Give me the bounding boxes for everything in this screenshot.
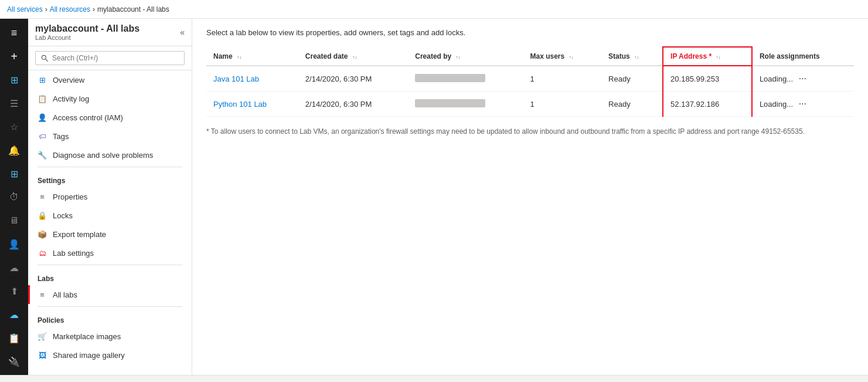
sidebar-item-overview[interactable]: ⊞ Overview — [28, 70, 192, 89]
sidebar-item-locks[interactable]: 🔒 Locks — [28, 206, 192, 225]
table-row: Python 101 Lab 2/14/2020, 6:30 PM 1 Read… — [206, 92, 854, 117]
nav-cloud-icon[interactable]: ☁ — [0, 256, 28, 279]
breadcrumb-all-services[interactable]: All services — [7, 5, 43, 13]
nav-home-icon[interactable]: ⊞ — [0, 68, 28, 92]
sidebar-item-shared-image-gallery[interactable]: 🖼 Shared image gallery — [28, 346, 192, 364]
nav-upload-icon[interactable]: ⬆ — [0, 279, 28, 303]
sort-max-users-icon[interactable]: ↑↓ — [569, 55, 574, 60]
divider-policies — [38, 306, 182, 307]
sidebar-item-lab-settings[interactable]: 🗂 Lab settings — [28, 244, 192, 262]
breadcrumb-all-resources[interactable]: All resources — [50, 5, 90, 13]
locks-icon: 🔒 — [38, 211, 47, 220]
sidebar-header: mylabaccount - All labs Lab Account « — [28, 19, 192, 46]
all-labs-icon: ≡ — [38, 290, 47, 299]
sidebar-item-all-labs-label: All labs — [53, 290, 77, 299]
sidebar-item-activity-log[interactable]: 📋 Activity log — [28, 89, 192, 108]
sidebar-item-diagnose[interactable]: 🔧 Diagnose and solve problems — [28, 146, 192, 164]
content-description: Select a lab below to view its propertie… — [206, 28, 854, 37]
col-max-users[interactable]: Max users ↑↓ — [523, 47, 601, 66]
cell-java-max-users: 1 — [523, 66, 601, 92]
sidebar-item-diagnose-label: Diagnose and solve problems — [53, 151, 153, 160]
sidebar-item-lab-settings-label: Lab settings — [53, 249, 94, 258]
horizontal-scrollbar[interactable] — [0, 375, 868, 382]
tags-icon: 🏷 — [38, 131, 47, 141]
lab-settings-icon: 🗂 — [38, 248, 47, 258]
sidebar-item-access-control[interactable]: 👤 Access control (IAM) — [28, 108, 192, 127]
sort-ip-icon[interactable]: ↑↓ — [716, 55, 720, 60]
nav-user-icon[interactable]: 👤 — [0, 232, 28, 256]
nav-notification-icon[interactable]: 🔔 — [0, 138, 28, 162]
sidebar-item-properties-label: Properties — [53, 192, 87, 201]
nav-grid-icon[interactable]: ⊞ — [0, 162, 28, 185]
cell-python-name[interactable]: Python 101 Lab — [206, 92, 298, 117]
top-breadcrumb-bar: All services › All resources › mylabacco… — [0, 0, 868, 19]
divider-settings — [38, 167, 182, 167]
cell-python-ip: 52.137.92.186 — [663, 92, 752, 117]
sort-created-by-icon[interactable]: ↑↓ — [456, 55, 461, 60]
access-control-icon: 👤 — [38, 113, 47, 122]
sidebar-collapse-button[interactable]: « — [180, 28, 185, 37]
breadcrumb: All services › All resources › mylabacco… — [7, 5, 169, 13]
python-row-ellipsis-button[interactable]: ··· — [795, 97, 810, 110]
sidebar-item-marketplace-images-label: Marketplace images — [53, 332, 121, 341]
col-ip-address[interactable]: IP Address * ↑↓ — [663, 47, 752, 66]
activity-log-icon: 📋 — [38, 94, 47, 103]
col-name[interactable]: Name ↑↓ — [206, 47, 298, 66]
overview-icon: ⊞ — [38, 75, 47, 84]
sidebar: mylabaccount - All labs Lab Account « ⊞ … — [28, 19, 192, 375]
sidebar-item-export-template[interactable]: 📦 Export template — [28, 225, 192, 244]
sidebar-item-access-control-label: Access control (IAM) — [53, 113, 123, 122]
nav-list-icon[interactable]: 📋 — [0, 326, 28, 350]
sidebar-search-input[interactable] — [35, 51, 185, 65]
nav-plug-icon[interactable]: 🔌 — [0, 350, 28, 373]
main-layout: ≡ + ⊞ ☰ ☆ 🔔 ⊞ ⏱ 🖥 👤 ☁ ⬆ ☁ 📋 🔌 mylabaccou… — [0, 19, 868, 375]
table-row: Java 101 Lab 2/14/2020, 6:30 PM 1 Ready … — [206, 66, 854, 92]
section-policies-label: Policies — [28, 309, 192, 327]
section-settings-label: Settings — [28, 170, 192, 187]
cell-python-max-users: 1 — [523, 92, 601, 117]
sidebar-item-properties[interactable]: ≡ Properties — [28, 187, 192, 206]
divider-labs — [38, 265, 182, 265]
labs-table: Name ↑↓ Created date ↑↓ Created by ↑↓ Ma… — [206, 46, 854, 117]
sort-name-icon[interactable]: ↑↓ — [237, 55, 241, 60]
sidebar-subtitle: Lab Account — [35, 34, 139, 41]
col-created-by[interactable]: Created by ↑↓ — [408, 47, 523, 66]
java-lab-link[interactable]: Java 101 Lab — [213, 75, 259, 83]
nav-monitor-icon[interactable]: 🖥 — [0, 209, 28, 232]
main-content: Select a lab below to view its propertie… — [192, 19, 868, 375]
icon-strip: ≡ + ⊞ ☰ ☆ 🔔 ⊞ ⏱ 🖥 👤 ☁ ⬆ ☁ 📋 🔌 — [0, 19, 28, 375]
sidebar-item-all-labs[interactable]: ≡ All labs — [28, 285, 192, 304]
sort-status-icon[interactable]: ↑↓ — [634, 55, 639, 60]
sidebar-item-marketplace-images[interactable]: 🛒 Marketplace images — [28, 327, 192, 346]
cell-java-status: Ready — [601, 66, 663, 92]
cell-python-created-by — [408, 92, 523, 117]
nav-clock-icon[interactable]: ⏱ — [0, 185, 28, 209]
sort-created-date-icon[interactable]: ↑↓ — [352, 55, 357, 60]
java-row-ellipsis-button[interactable]: ··· — [795, 72, 810, 85]
python-lab-link[interactable]: Python 101 Lab — [213, 100, 267, 109]
nav-add-icon[interactable]: + — [0, 45, 28, 68]
footnote: * To allow users to connect to Lab VMs, … — [206, 126, 854, 137]
cell-python-status: Ready — [601, 92, 663, 117]
breadcrumb-sep-1: › — [45, 5, 47, 13]
properties-icon: ≡ — [38, 192, 47, 201]
col-created-date[interactable]: Created date ↑↓ — [298, 47, 408, 66]
shared-image-gallery-icon: 🖼 — [38, 350, 47, 360]
col-status[interactable]: Status ↑↓ — [601, 47, 663, 66]
python-created-by-redacted — [415, 99, 485, 107]
cell-java-name[interactable]: Java 101 Lab — [206, 66, 298, 92]
nav-cloud2-icon[interactable]: ☁ — [0, 303, 28, 326]
sidebar-item-locks-label: Locks — [53, 211, 73, 220]
nav-favorites-icon[interactable]: ☆ — [0, 115, 28, 138]
nav-collapse-icon[interactable]: ≡ — [0, 21, 28, 45]
java-created-by-redacted — [415, 74, 485, 82]
section-labs-label: Labs — [28, 268, 192, 285]
sidebar-scroll: ⊞ Overview 📋 Activity log 👤 Access contr… — [28, 70, 192, 375]
breadcrumb-current: mylabaccount - All labs — [97, 5, 169, 13]
sidebar-item-tags[interactable]: 🏷 Tags — [28, 127, 192, 146]
diagnose-icon: 🔧 — [38, 150, 47, 160]
python-role-loading: Loading... — [760, 100, 793, 109]
nav-dashboard-icon[interactable]: ☰ — [0, 92, 28, 115]
cell-java-created-by — [408, 66, 523, 92]
cell-java-role: Loading... ··· — [752, 66, 854, 92]
